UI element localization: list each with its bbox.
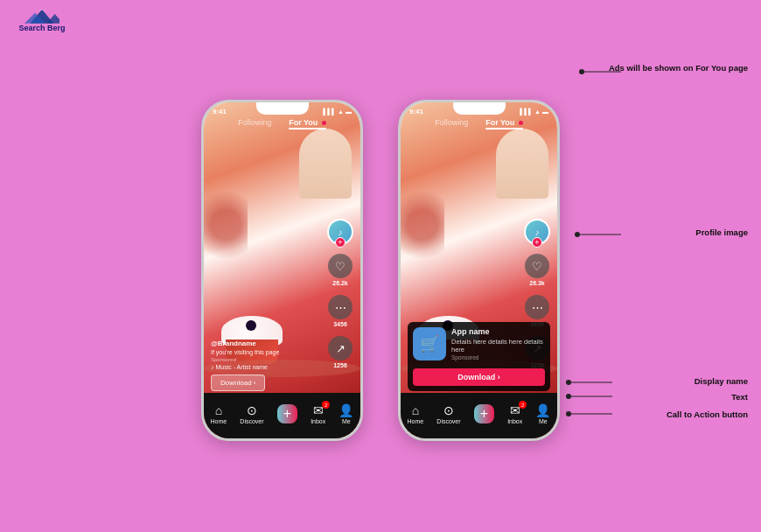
app-desc-text: Details here details here details here xyxy=(451,338,545,355)
discover-label-right: Discover xyxy=(436,418,460,424)
red-decor-right xyxy=(401,181,444,269)
discover-icon-right: ⊙ xyxy=(443,403,454,417)
download-btn-left[interactable]: Download › xyxy=(211,374,265,391)
phone-right-navbar: ⌂ Home ⊙ Discover + ✉ Inbox 👤 Me xyxy=(401,393,557,438)
nav-home-left[interactable]: ⌂ Home xyxy=(211,403,227,424)
annotation-displayname-text: Display name xyxy=(695,376,748,386)
inbox-label-right: Inbox xyxy=(507,418,522,424)
share-btn-left[interactable]: ↗ xyxy=(328,336,353,360)
comment-icon-left: ⋯ xyxy=(335,301,346,314)
app-icon-box: 🛒 xyxy=(413,327,446,360)
share-count-left: 1256 xyxy=(333,362,347,368)
annotation-profile: Profile image xyxy=(695,228,748,237)
profile-avatar-left[interactable]: ♪ + xyxy=(327,219,353,245)
hand-shape-right xyxy=(496,129,548,199)
plus-icon-right[interactable]: + xyxy=(474,404,494,424)
home-label-left: Home xyxy=(211,418,227,424)
red-decor-left xyxy=(204,181,248,269)
annotation-cta: Call to Action button xyxy=(667,410,748,419)
phone-left-tabs: Following For You xyxy=(204,118,360,130)
comment-btn-right[interactable]: ⋯ xyxy=(525,295,549,319)
tiktok-logo-left: ♪ xyxy=(339,228,343,237)
battery-icon-right: ▬ xyxy=(542,108,548,115)
phone-left-info: @Brandname If you're visiting this page … xyxy=(211,340,321,391)
tab-foryou-left[interactable]: For You xyxy=(289,118,326,130)
comment-icon-right: ⋯ xyxy=(532,301,543,314)
annotation-displayname: Display name xyxy=(695,376,748,386)
like-count-left: 26.2k xyxy=(332,280,348,286)
nav-plus-right[interactable]: + xyxy=(474,404,494,424)
tab-following-left[interactable]: Following xyxy=(238,118,271,130)
app-sponsored-text: Sponsored xyxy=(451,354,545,360)
share-group-left: ↗ 1256 xyxy=(328,336,353,368)
app-card-info: App name Details here details here detai… xyxy=(451,327,545,361)
nav-discover-right[interactable]: ⊙ Discover xyxy=(436,403,460,424)
logo: Search Berg xyxy=(7,7,77,42)
annotation-foryou: Ads will be shown on For You page xyxy=(609,63,748,74)
phone-left-notch xyxy=(256,102,309,115)
logo-mountain-icon xyxy=(24,7,59,24)
share-icon-left: ↗ xyxy=(336,342,346,355)
wifi-icon-left: ▲ xyxy=(338,108,344,115)
comment-group-left: ⋯ 3456 xyxy=(328,295,353,327)
annotation-cta-text: Call to Action button xyxy=(667,410,748,419)
home-icon-left: ⌂ xyxy=(215,403,222,417)
annotation-text-label: Text xyxy=(731,392,748,402)
phone-right-notch xyxy=(453,102,506,115)
nav-home-right[interactable]: ⌂ Home xyxy=(408,403,424,424)
like-group-right: ♡ 26.3k xyxy=(525,254,549,286)
annotation-foryou-text: Ads will be shown on For You page xyxy=(609,63,748,74)
nav-inbox-left[interactable]: ✉ Inbox xyxy=(311,403,325,424)
wifi-icon-right: ▲ xyxy=(534,108,541,115)
nav-me-right[interactable]: 👤 Me xyxy=(535,403,550,424)
status-icons-right: ▌▌▌ ▲ ▬ xyxy=(520,108,548,115)
home-icon-right: ⌂ xyxy=(412,403,419,417)
discover-icon-left: ⊙ xyxy=(247,403,257,417)
nav-plus-left[interactable]: + xyxy=(277,404,297,424)
phone-left-navbar: ⌂ Home ⊙ Discover + ✉ Inbox 👤 Me xyxy=(204,393,360,438)
me-label-right: Me xyxy=(539,418,548,424)
like-btn-left[interactable]: ♡ xyxy=(328,254,353,278)
me-label-left: Me xyxy=(342,418,351,424)
time-left: 9:41 xyxy=(213,108,227,116)
username-left: @Brandname xyxy=(211,340,321,347)
sponsored-left: Sponsored xyxy=(211,357,321,362)
plus-icon-left[interactable]: + xyxy=(277,404,297,424)
inbox-icon-right: ✉ xyxy=(510,403,520,417)
inbox-label-left: Inbox xyxy=(311,418,325,424)
phone-left: 9:41 ▌▌▌ ▲ ▬ Following For You ♪ + ♡ xyxy=(201,100,363,441)
discover-label-left: Discover xyxy=(240,418,263,424)
me-icon-left: 👤 xyxy=(339,403,353,417)
battery-icon-left: ▬ xyxy=(346,108,352,115)
nav-discover-left[interactable]: ⊙ Discover xyxy=(240,403,263,424)
like-count-right: 26.3k xyxy=(529,280,545,286)
app-name-text: App name xyxy=(451,327,545,336)
tab-following-right[interactable]: Following xyxy=(435,118,468,130)
me-icon-right: 👤 xyxy=(535,403,550,417)
tab-foryou-right[interactable]: For You xyxy=(485,118,523,130)
tiktok-logo-right: ♪ xyxy=(535,228,540,237)
comment-btn-left[interactable]: ⋯ xyxy=(328,295,353,319)
nav-inbox-right[interactable]: ✉ Inbox xyxy=(507,403,522,424)
nav-me-left[interactable]: 👤 Me xyxy=(339,403,353,424)
avatar-plus-left[interactable]: + xyxy=(335,237,346,248)
signal-icon-right: ▌▌▌ xyxy=(520,108,533,115)
heart-icon-left: ♡ xyxy=(335,260,346,273)
heart-icon-right: ♡ xyxy=(532,260,542,273)
inbox-icon-left: ✉ xyxy=(313,403,324,417)
download-btn-right[interactable]: Download › xyxy=(413,368,545,386)
like-btn-right[interactable]: ♡ xyxy=(525,254,549,278)
app-icon-symbol: 🛒 xyxy=(420,334,439,354)
annotation-text: Text xyxy=(731,392,748,402)
phone-right-tabs: Following For You xyxy=(401,118,557,130)
logo-text: Search Berg xyxy=(18,24,65,33)
profile-avatar-right[interactable]: ♪ + xyxy=(524,219,550,245)
hand-shape-left xyxy=(299,129,352,199)
phone-left-actions: ♪ + ♡ 26.2k ⋯ 3456 ↗ 1256 xyxy=(327,219,353,368)
avatar-plus-right[interactable]: + xyxy=(532,237,542,248)
desc-left: If you're visiting this page xyxy=(211,349,321,355)
comment-count-left: 3456 xyxy=(333,321,347,327)
signal-icon-left: ▌▌▌ xyxy=(323,108,336,115)
berry-left xyxy=(246,320,256,331)
live-dot-left xyxy=(322,121,326,125)
